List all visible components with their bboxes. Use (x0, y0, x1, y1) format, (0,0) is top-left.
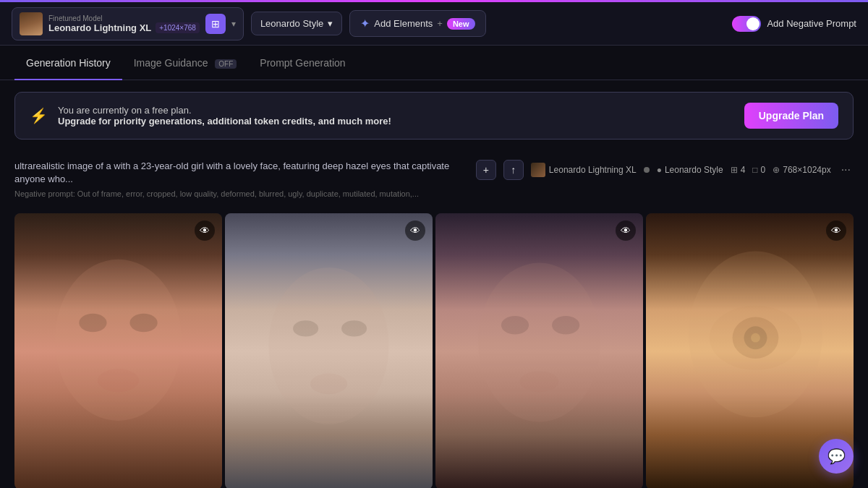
meta-style-name: Leonardo Style (665, 165, 723, 175)
model-dropdown-arrow: ▾ (231, 19, 236, 29)
meta-dimensions-value: 768×1024px (783, 165, 830, 175)
style-dropdown-arrow: ▾ (328, 18, 333, 29)
add-elements-button[interactable]: ✦ Add Elements + New (349, 10, 485, 37)
tab-generation-history[interactable]: Generation History (14, 46, 122, 80)
model-thumbnail (20, 12, 43, 35)
eye-icon-2: 👁 (410, 225, 420, 236)
lightning-icon: ⚡ (30, 107, 48, 124)
meta-collections-num: 0 (761, 165, 766, 175)
portrait-image-3 (435, 213, 643, 488)
banner-text: You are currently on a free plan. Upgrad… (58, 105, 734, 127)
svg-point-3 (98, 369, 139, 392)
image-card-2[interactable]: 👁 (225, 213, 433, 488)
generation-prompt-row: ultrarealistic image of a with a 23-year… (14, 160, 854, 186)
view-image-button-3[interactable]: 👁 (616, 221, 636, 241)
svg-point-6 (341, 320, 367, 336)
style-label: Leonardo Style (260, 18, 323, 29)
left-panel: Generation History Image Guidance OFF Pr… (0, 46, 868, 488)
model-type-label: Finetuned Model (48, 14, 200, 22)
negative-prompt-section: Add Negative Prompt (732, 16, 856, 32)
upgrade-plan-button[interactable]: Upgrade Plan (744, 103, 838, 129)
style-dot-icon: ● (657, 165, 662, 175)
view-image-button-1[interactable]: 👁 (195, 221, 215, 241)
toggle-knob (746, 17, 760, 30)
view-image-button-4[interactable]: 👁 (826, 221, 846, 241)
negative-prompt-display: Negative prompt: Out of frame, error, cr… (14, 189, 854, 200)
svg-point-7 (310, 373, 347, 394)
upgrade-banner: ⚡ You are currently on a free plan. Upgr… (14, 92, 854, 140)
negative-prompt-label: Add Negative Prompt (767, 18, 856, 29)
grid-icon: ⊞ (211, 18, 220, 30)
image-card-3[interactable]: 👁 (435, 213, 643, 488)
add-elements-label: Add Elements (374, 18, 433, 29)
banner-subtitle: Upgrade for priority generations, additi… (58, 116, 734, 127)
image-guidance-badge: OFF (215, 59, 237, 69)
dimensions-icon: ⊕ (773, 165, 780, 175)
main-content: Generation History Image Guidance OFF Pr… (0, 46, 868, 488)
negative-prompt-toggle[interactable] (732, 16, 761, 32)
upscale-button[interactable]: ↑ (503, 160, 524, 180)
svg-point-9 (501, 316, 529, 335)
eye-icon-1: 👁 (200, 225, 210, 236)
svg-point-4 (269, 267, 389, 424)
image-card-1[interactable]: 👁 (14, 213, 222, 488)
meta-style: ● Leonardo Style (657, 165, 723, 175)
model-size-badge: +1024×768 (156, 22, 200, 33)
tabs-bar: Generation History Image Guidance OFF Pr… (0, 46, 868, 80)
eye-icon-4: 👁 (831, 225, 841, 236)
svg-point-16 (751, 333, 760, 343)
model-info: Finetuned Model Leonardo Lightning XL +1… (48, 14, 200, 33)
meta-dimensions: ⊕ 768×1024px (773, 165, 830, 175)
collection-icon: □ (752, 165, 757, 175)
face-svg-3 (435, 213, 643, 488)
svg-point-1 (79, 313, 106, 332)
svg-point-11 (519, 371, 558, 392)
more-options-button[interactable]: ··· (838, 160, 854, 179)
meta-images-num: 4 (741, 165, 746, 175)
add-to-collection-button[interactable]: + (476, 160, 496, 180)
meta-model-info: Leonardo Lightning XL (531, 163, 637, 177)
svg-point-5 (293, 320, 318, 336)
meta-image-count: ⊞ 4 (731, 165, 746, 175)
banner-title: You are currently on a free plan. (58, 105, 734, 116)
meta-collections: □ 0 (752, 165, 765, 175)
svg-point-0 (55, 260, 182, 421)
chat-icon: 💬 (827, 448, 846, 465)
new-badge: New (447, 18, 475, 30)
face-svg-1 (14, 213, 222, 488)
tab-image-guidance[interactable]: Image Guidance OFF (122, 46, 249, 80)
images-icon: ⊞ (731, 165, 738, 175)
meta-separator-dot (644, 167, 650, 173)
generation-item-1: ultrarealistic image of a with a 23-year… (0, 151, 868, 213)
model-icon-button[interactable]: ⊞ (205, 14, 226, 34)
model-selector[interactable]: Finetuned Model Leonardo Lightning XL +1… (12, 7, 244, 40)
meta-model-name: Leonardo Lightning XL (549, 165, 637, 175)
plus-icon: + (437, 18, 443, 29)
face-svg-2 (225, 213, 433, 488)
svg-point-8 (478, 262, 600, 421)
view-image-button-2[interactable]: 👁 (405, 221, 425, 241)
generation-prompt-text: ultrarealistic image of a with a 23-year… (14, 160, 469, 186)
svg-point-2 (129, 313, 157, 332)
meta-model-thumb (531, 163, 545, 177)
toolbar: Finetuned Model Leonardo Lightning XL +1… (0, 2, 868, 46)
model-name: Leonardo Lightning XL (48, 22, 151, 33)
sparkle-icon: ✦ (360, 17, 370, 30)
image-grid: 👁 👁 (0, 213, 868, 488)
tab-prompt-generation[interactable]: Prompt Generation (248, 46, 357, 80)
style-selector[interactable]: Leonardo Style ▾ (251, 12, 342, 35)
portrait-image-1 (14, 213, 222, 488)
eye-icon-3: 👁 (621, 225, 631, 236)
generation-meta: + ↑ Leonardo Lightning XL ● Leonardo Sty… (476, 160, 854, 180)
chat-button[interactable]: 💬 (819, 439, 854, 474)
portrait-image-2 (225, 213, 433, 488)
svg-point-10 (552, 316, 579, 335)
